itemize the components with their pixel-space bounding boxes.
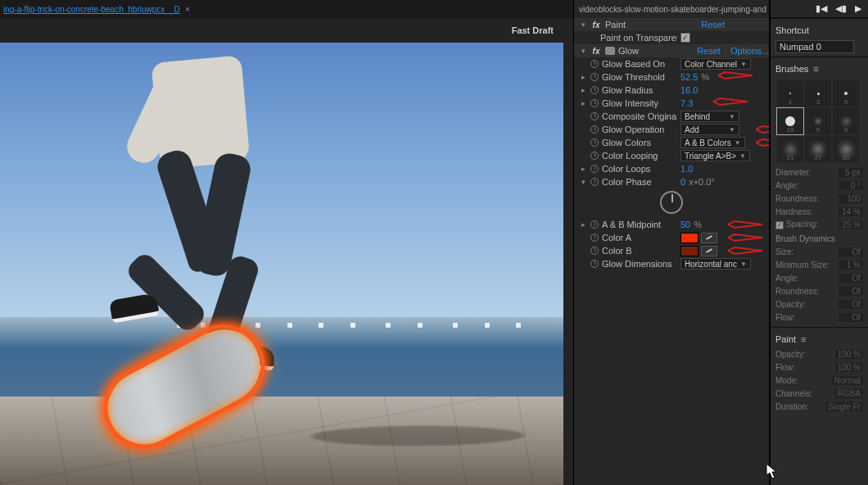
effect-glow-reset[interactable]: Reset bbox=[697, 46, 721, 56]
stopwatch-icon[interactable] bbox=[590, 99, 599, 107]
twirl-right-icon[interactable]: ▸ bbox=[579, 73, 587, 81]
prop-value[interactable]: 14 % bbox=[839, 207, 863, 216]
brush-preset[interactable]: 27 bbox=[805, 136, 831, 162]
color-b-swatch[interactable] bbox=[680, 246, 698, 256]
prop-label: Diameter: bbox=[775, 168, 811, 177]
prop-value[interactable]: Normal bbox=[832, 376, 863, 385]
color-a-swatch[interactable] bbox=[680, 233, 698, 243]
twirl-right-icon[interactable]: ▸ bbox=[579, 165, 587, 173]
prop-value[interactable]: 100 bbox=[839, 194, 863, 203]
stopwatch-icon[interactable] bbox=[590, 178, 599, 186]
color-loops-value[interactable]: 1.0 bbox=[680, 164, 693, 174]
brush-grid: 1351959212735 bbox=[775, 77, 863, 165]
prop-angle: Angle:0 ° bbox=[775, 179, 863, 192]
glow-based-on-dropdown[interactable]: Color Channel▼ bbox=[680, 58, 751, 70]
prop-value[interactable]: 1 % bbox=[839, 261, 863, 270]
stopwatch-icon[interactable] bbox=[590, 60, 599, 68]
prop-label: ✓Spacing: bbox=[775, 220, 818, 229]
prop-value[interactable]: Of bbox=[839, 313, 863, 322]
twirl-right-icon[interactable]: ▸ bbox=[579, 220, 587, 229]
prop-value[interactable]: RGBA bbox=[835, 389, 863, 398]
brush-preset[interactable]: 5 bbox=[833, 80, 859, 107]
brush-preset[interactable]: 35 bbox=[833, 136, 859, 162]
prop-value[interactable]: 100 % bbox=[835, 363, 863, 372]
glow-colors-dropdown[interactable]: A & B Colors▼ bbox=[680, 137, 745, 148]
stopwatch-icon[interactable] bbox=[590, 260, 599, 268]
render-mode-label[interactable]: Fast Draft bbox=[512, 25, 554, 35]
prop-value[interactable]: 25 % bbox=[839, 220, 863, 229]
stopwatch-icon[interactable] bbox=[590, 138, 599, 147]
glow-intensity-value[interactable]: 7.3 bbox=[680, 98, 693, 108]
chevron-down-icon: ▼ bbox=[739, 152, 746, 160]
brush-preset[interactable]: 1 bbox=[777, 80, 803, 107]
paint-panel-title: Paint bbox=[775, 334, 796, 344]
composite-original-dropdown[interactable]: Behind▼ bbox=[680, 111, 739, 122]
stopwatch-icon[interactable] bbox=[590, 247, 599, 255]
brush-preset[interactable]: 9 bbox=[833, 108, 859, 134]
prop-value[interactable]: Of bbox=[839, 300, 863, 309]
prop-color-a: Color A bbox=[574, 231, 769, 244]
prop-glow-dimensions: Glow Dimensions Horizontal anc▼ bbox=[574, 257, 769, 270]
prop-value[interactable]: 100 % bbox=[835, 350, 863, 359]
play-button[interactable]: ▶ bbox=[855, 3, 861, 14]
spacing-checkbox[interactable]: ✓ bbox=[775, 221, 784, 229]
prop-value[interactable]: Of bbox=[839, 247, 863, 256]
brush-preset[interactable]: 5 bbox=[805, 108, 831, 134]
paint-on-transparent-checkbox[interactable]: ✓ bbox=[680, 33, 690, 43]
effect-preset-icon[interactable] bbox=[605, 47, 615, 55]
ab-midpoint-value[interactable]: 50 bbox=[680, 220, 690, 229]
shortcut-input[interactable]: Numpad 0 bbox=[775, 40, 854, 53]
brush-preset[interactable]: 21 bbox=[777, 136, 803, 162]
chevron-down-icon: ▼ bbox=[740, 61, 747, 68]
effect-paint-reset[interactable]: Reset bbox=[701, 20, 725, 29]
composition-tab[interactable]: ing-a-flip-trick-on-concrete-beach_hbrju… bbox=[3, 5, 180, 14]
brush-preset[interactable]: 3 bbox=[805, 80, 831, 107]
color-a-eyedropper-icon[interactable] bbox=[701, 233, 717, 243]
stopwatch-icon[interactable] bbox=[590, 86, 599, 94]
stopwatch-icon[interactable] bbox=[590, 220, 599, 229]
twirl-right-icon[interactable]: ▸ bbox=[579, 99, 587, 107]
twirl-down-icon[interactable]: ▾ bbox=[579, 47, 587, 55]
twirl-down-icon[interactable]: ▾ bbox=[579, 178, 587, 186]
prop-value[interactable]: Of bbox=[839, 274, 863, 283]
prev-frame-button[interactable]: ◀▮ bbox=[835, 3, 847, 14]
glow-operation-dropdown[interactable]: Add▼ bbox=[680, 124, 739, 135]
prop-value[interactable]: 0 ° bbox=[839, 181, 863, 190]
twirl-right-icon[interactable]: ▸ bbox=[579, 86, 587, 94]
stopwatch-icon[interactable] bbox=[590, 233, 599, 242]
paint-panel: Paint ≡ Opacity:100 %Flow:100 %Mode:Norm… bbox=[771, 327, 868, 416]
prop-value[interactable]: 5 px bbox=[839, 168, 863, 177]
stopwatch-icon[interactable] bbox=[590, 125, 599, 134]
close-tab-icon[interactable]: × bbox=[185, 4, 190, 14]
color-looping-dropdown[interactable]: Triangle A>B>▼ bbox=[680, 150, 750, 161]
prop-label: Mode: bbox=[775, 376, 798, 385]
stopwatch-icon[interactable] bbox=[590, 165, 599, 173]
prop-label: Opacity: bbox=[775, 350, 806, 359]
effects-tab[interactable]: videoblocks-slow-motion-skateboarder-jum… bbox=[579, 5, 766, 14]
stopwatch-icon[interactable] bbox=[590, 152, 599, 160]
effect-glow-options[interactable]: Options... bbox=[730, 46, 769, 56]
effect-paint-header[interactable]: ▾ fx Paint Reset bbox=[574, 18, 769, 31]
prop-value[interactable]: Of bbox=[839, 287, 863, 296]
panel-menu-icon[interactable]: ≡ bbox=[801, 334, 806, 344]
prop-value[interactable]: Single Fr bbox=[825, 402, 863, 411]
stopwatch-icon[interactable] bbox=[590, 112, 599, 120]
prop-label: Size: bbox=[775, 247, 793, 256]
stopwatch-icon[interactable] bbox=[590, 73, 599, 81]
fx-icon: fx bbox=[590, 47, 602, 56]
panel-menu-icon[interactable]: ≡ bbox=[813, 64, 818, 74]
color-phase-dial[interactable] bbox=[660, 191, 683, 214]
color-b-eyedropper-icon[interactable] bbox=[701, 246, 717, 256]
fx-icon: fx bbox=[590, 20, 602, 29]
brush-preset[interactable]: 19 bbox=[777, 108, 803, 134]
glow-radius-value[interactable]: 16.0 bbox=[680, 85, 698, 95]
effect-glow-header[interactable]: ▾ fx Glow Reset Options... bbox=[574, 44, 769, 57]
effect-paint-label: Paint bbox=[605, 20, 698, 29]
color-phase-value[interactable]: 0 bbox=[680, 177, 685, 187]
glow-threshold-value[interactable]: 52.5 bbox=[680, 72, 698, 82]
prop-opacity: Opacity:100 % bbox=[775, 347, 863, 360]
first-frame-button[interactable]: ▮◀ bbox=[816, 3, 827, 14]
glow-dimensions-dropdown[interactable]: Horizontal anc▼ bbox=[680, 258, 751, 270]
twirl-down-icon[interactable]: ▾ bbox=[579, 20, 587, 29]
composition-viewport[interactable] bbox=[0, 43, 563, 485]
